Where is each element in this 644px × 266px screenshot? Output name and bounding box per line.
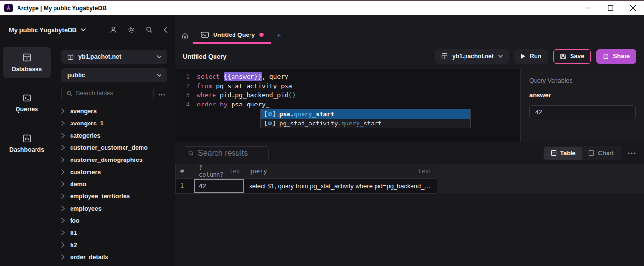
- nav-item-databases[interactable]: Databases: [3, 47, 51, 78]
- maximize-button[interactable]: [599, 1, 622, 15]
- database-icon: [441, 53, 448, 60]
- workspace-switcher[interactable]: My public YugabyteDB: [9, 26, 86, 34]
- table-item[interactable]: employee_territories: [61, 190, 167, 202]
- table-name: customer_demographics: [70, 157, 143, 163]
- tab-untitled-query[interactable]: Untitled Query: [193, 27, 271, 44]
- result-cell-column1[interactable]: 42: [194, 178, 244, 193]
- table-item[interactable]: customer_customer_demo: [61, 142, 167, 154]
- run-button[interactable]: Run: [514, 49, 548, 64]
- variable-value-input[interactable]: 42: [529, 105, 636, 119]
- chevron-right-icon: [61, 145, 65, 150]
- table-item[interactable]: h1: [61, 227, 167, 239]
- tab-home[interactable]: [177, 27, 193, 44]
- search-icon[interactable]: [145, 26, 153, 34]
- code-line[interactable]: 2from pg_stat_activity psa: [175, 81, 520, 90]
- variable-name: answer: [529, 91, 636, 99]
- chevron-right-icon: [61, 206, 65, 211]
- nav-item-dashboards[interactable]: Dashboards: [3, 127, 51, 159]
- share-button[interactable]: Share: [596, 49, 636, 64]
- suggestion-text: pg_stat_activity.query_start: [279, 119, 382, 128]
- row-index-cell[interactable]: 1: [176, 178, 194, 193]
- table-item[interactable]: customer_demographics: [61, 154, 167, 166]
- tables-more-icon[interactable]: [157, 89, 167, 98]
- settings-gear-icon[interactable]: [127, 26, 135, 34]
- results-table: # ?column?tex querytext: [175, 164, 437, 194]
- titlebar: Arctype | My public YugabyteDB: [0, 1, 644, 15]
- chevron-right-icon: [61, 218, 65, 223]
- chevron-down-icon: [81, 28, 86, 31]
- query-header: Untitled Query yb1.pachot.net Run Save: [175, 44, 644, 69]
- save-icon: [560, 53, 566, 60]
- query-variables-panel: Query Variables answer 42: [520, 69, 644, 142]
- sql-editor[interactable]: 1select {{answer}}, query2from pg_stat_a…: [175, 69, 520, 142]
- table-item[interactable]: orders: [61, 263, 167, 266]
- table-name: h2: [70, 242, 77, 248]
- nav-label: Databases: [12, 66, 42, 72]
- chevron-right-icon: [61, 194, 65, 199]
- nav-item-queries[interactable]: Queries: [3, 87, 51, 119]
- table-item[interactable]: h2: [61, 239, 167, 251]
- table-name: avengers_1: [70, 120, 104, 127]
- code-line[interactable]: 3where pid=pg_backend_pid(): [175, 90, 520, 100]
- column-header-query[interactable]: querytext: [244, 164, 437, 178]
- tab-bar: Untitled Query +: [175, 15, 644, 44]
- search-icon: [188, 150, 194, 156]
- column-header-index[interactable]: #: [176, 164, 194, 178]
- collapse-sidebar-icon[interactable]: [163, 26, 168, 33]
- view-table-button[interactable]: Table: [544, 147, 582, 160]
- code-line[interactable]: 1select {{answer}}, query: [175, 72, 520, 81]
- table-name: employees: [70, 205, 102, 212]
- column-header-column1[interactable]: ?column?tex: [194, 164, 244, 178]
- table-browser: yb1.pachot.net public Search tables: [54, 45, 175, 266]
- code-line[interactable]: 4order by psa.query_: [175, 100, 520, 109]
- chevron-down-icon: [157, 55, 161, 58]
- view-switcher: Table Chart: [543, 146, 621, 160]
- chevron-right-icon: [61, 133, 65, 138]
- tab-label: Untitled Query: [213, 32, 255, 38]
- line-number: 3: [175, 90, 190, 100]
- search-tables-input[interactable]: Search tables: [61, 87, 154, 100]
- home-icon: [181, 32, 189, 39]
- table-item[interactable]: avengers: [61, 105, 167, 117]
- query-connection-dropdown[interactable]: yb1.pachot.net: [435, 49, 509, 64]
- account-icon[interactable]: [109, 26, 117, 34]
- results-more-icon[interactable]: [626, 152, 638, 154]
- primary-nav: Databases Queries Dashboards: [0, 45, 54, 266]
- view-chart-button[interactable]: Chart: [582, 147, 620, 160]
- table-item[interactable]: foo: [61, 214, 167, 227]
- table-name: customer_customer_demo: [70, 144, 148, 151]
- column-icon: []: [264, 119, 276, 128]
- chevron-down-icon: [157, 74, 161, 77]
- arctype-logo-icon: [4, 4, 13, 12]
- queries-icon: [22, 93, 32, 103]
- query-terminal-icon: [201, 32, 209, 38]
- save-button[interactable]: Save: [553, 49, 591, 64]
- table-name: customers: [70, 169, 101, 176]
- nav-label: Queries: [16, 106, 38, 113]
- close-button[interactable]: [622, 1, 644, 15]
- window-title: Arctype | My public YugabyteDB: [17, 5, 107, 12]
- new-tab-button[interactable]: +: [271, 27, 286, 44]
- search-tables-placeholder: Search tables: [76, 90, 113, 97]
- table-item[interactable]: employees: [61, 202, 167, 214]
- share-icon: [603, 53, 609, 60]
- table-item[interactable]: customers: [61, 166, 167, 178]
- schema-dropdown[interactable]: public: [61, 68, 167, 82]
- chevron-right-icon: [61, 121, 65, 126]
- autocomplete-suggestion[interactable]: []psa.query_start: [261, 109, 470, 119]
- table-item[interactable]: avengers_1: [61, 117, 167, 129]
- result-cell-query[interactable]: select $1, query from pg_stat_activity w…: [244, 178, 437, 193]
- minimize-button[interactable]: [577, 1, 599, 15]
- autocomplete-suggestion[interactable]: []pg_stat_activity.query_start: [261, 119, 470, 128]
- table-icon: [551, 150, 557, 156]
- chevron-right-icon: [61, 242, 65, 248]
- table-item[interactable]: categories: [61, 129, 167, 142]
- unsaved-changes-dot: [259, 33, 264, 37]
- table-name: foo: [70, 217, 79, 224]
- line-number: 1: [175, 72, 190, 81]
- chevron-right-icon: [61, 157, 65, 162]
- table-item[interactable]: demo: [61, 178, 167, 190]
- connection-dropdown[interactable]: yb1.pachot.net: [61, 50, 167, 64]
- search-results-input[interactable]: Search results: [183, 146, 269, 160]
- table-item[interactable]: order_details: [61, 251, 167, 263]
